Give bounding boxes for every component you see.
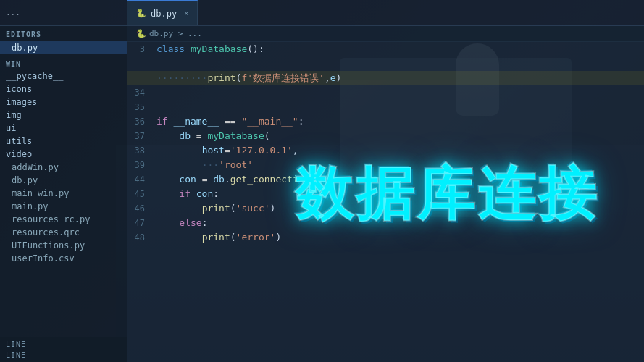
- sidebar-file-resources-rc[interactable]: resources_rc.py: [0, 213, 127, 226]
- line-num-45: 45: [127, 187, 156, 201]
- line-num-37: 37: [127, 129, 156, 143]
- code-line-36: 36 if __name__ == "__main__":: [127, 114, 644, 129]
- sidebar-folder-img[interactable]: img: [0, 109, 127, 122]
- code-line-empty1: [127, 56, 644, 71]
- line-content-print-error: ·········print(f'数据库连接错误',e): [156, 71, 644, 85]
- code-line-print-error: ·········print(f'数据库连接错误',e): [127, 71, 644, 85]
- code-line-35: 35: [127, 100, 644, 114]
- tab-bar: ... 🐍 db.py ×: [0, 0, 644, 26]
- line-num-47: 47: [127, 216, 156, 230]
- line-num-34: 34: [127, 85, 156, 100]
- code-content: 3 class myDatabase(): ·········print(f'数…: [127, 42, 644, 245]
- code-line-44: 44 con = db.get_connection();: [127, 172, 644, 187]
- line-num-44: 44: [127, 172, 156, 187]
- sidebar-file-addwin[interactable]: addWin.py: [0, 161, 127, 174]
- sidebar-file-uifunctions[interactable]: UIFunctions.py: [0, 239, 127, 252]
- code-line-48: 48 print('error'): [127, 230, 644, 245]
- tab-bar-ellipsis: ...: [6, 8, 20, 17]
- line-content-39: ···'root': [156, 158, 644, 172]
- tab-filename: db.py: [151, 9, 177, 19]
- tab-bar-left: ...: [0, 8, 127, 17]
- code-line-3: 3 class myDatabase():: [127, 42, 644, 56]
- line-content-37: db = myDatabase(: [156, 129, 644, 143]
- bottom-label-line2: LINE: [6, 350, 122, 361]
- editor-area[interactable]: 🐍 db.py > ... 3 class myDatabase(): ····…: [127, 26, 644, 362]
- line-num-35: 35: [127, 100, 156, 114]
- sidebar-item-db-py[interactable]: db.py: [0, 41, 127, 54]
- editors-section-header: EDITORS: [0, 26, 127, 41]
- line-content-47: else:: [156, 216, 644, 230]
- line-content-36: if __name__ == "__main__":: [156, 114, 644, 129]
- sidebar-file-main-win[interactable]: main_win.py: [0, 187, 127, 200]
- line-num-39: 39: [127, 158, 156, 172]
- line-content-38: host='127.0.0.1',: [156, 143, 644, 158]
- code-line-38: 38 host='127.0.0.1',: [127, 143, 644, 158]
- sidebar-folder-video[interactable]: video: [0, 148, 127, 161]
- line-content-46: print('succ'): [156, 201, 644, 216]
- python-file-icon: 🐍: [136, 9, 146, 18]
- win-section-header: WIN: [0, 57, 127, 70]
- breadcrumb-py-icon: 🐍: [136, 29, 146, 38]
- code-line-37: 37 db = myDatabase(: [127, 129, 644, 143]
- ide-container: ... 🐍 db.py × EDITORS db.py WIN __pycach…: [0, 0, 644, 362]
- code-line-39: 39 ···'root': [127, 158, 644, 172]
- line-content-3: class myDatabase():: [156, 42, 644, 56]
- code-line-47: 47 else:: [127, 216, 644, 230]
- tab-close-button[interactable]: ×: [184, 9, 188, 17]
- line-num-3: 3: [127, 42, 156, 56]
- code-line-34: 34: [127, 85, 644, 100]
- sidebar-file-resources-qrc[interactable]: resources.qrc: [0, 226, 127, 239]
- line-content-44: con = db.get_connection();: [156, 172, 644, 187]
- code-line-45: 45 if con:: [127, 187, 644, 201]
- line-content-45: if con:: [156, 187, 644, 201]
- sidebar-folder-ui[interactable]: ui: [0, 122, 127, 135]
- sidebar-folder-pycache[interactable]: __pycache__: [0, 70, 127, 83]
- bottom-labels: LINE LINE: [0, 337, 127, 362]
- sidebar-file-userinfo[interactable]: userInfo.csv: [0, 252, 127, 265]
- sidebar-folder-utils[interactable]: utils: [0, 135, 127, 148]
- sidebar: EDITORS db.py WIN __pycache__ icons imag…: [0, 26, 127, 362]
- sidebar-file-db[interactable]: db.py: [0, 174, 127, 187]
- sidebar-folder-images[interactable]: images: [0, 96, 127, 109]
- line-num-46: 46: [127, 201, 156, 216]
- line-num-48: 48: [127, 230, 156, 245]
- code-line-46: 46 print('succ'): [127, 201, 644, 216]
- sidebar-file-main[interactable]: main.py: [0, 200, 127, 213]
- tab-db-py[interactable]: 🐍 db.py ×: [127, 0, 198, 25]
- bottom-label-line1: LINE: [6, 339, 122, 350]
- main-area: EDITORS db.py WIN __pycache__ icons imag…: [0, 26, 644, 362]
- breadcrumb-path: db.py > ...: [149, 29, 202, 38]
- line-num-36: 36: [127, 114, 156, 129]
- line-content-48: print('error'): [156, 230, 644, 245]
- sidebar-folder-icons[interactable]: icons: [0, 83, 127, 96]
- breadcrumb: 🐍 db.py > ...: [127, 26, 644, 42]
- line-num-38: 38: [127, 143, 156, 158]
